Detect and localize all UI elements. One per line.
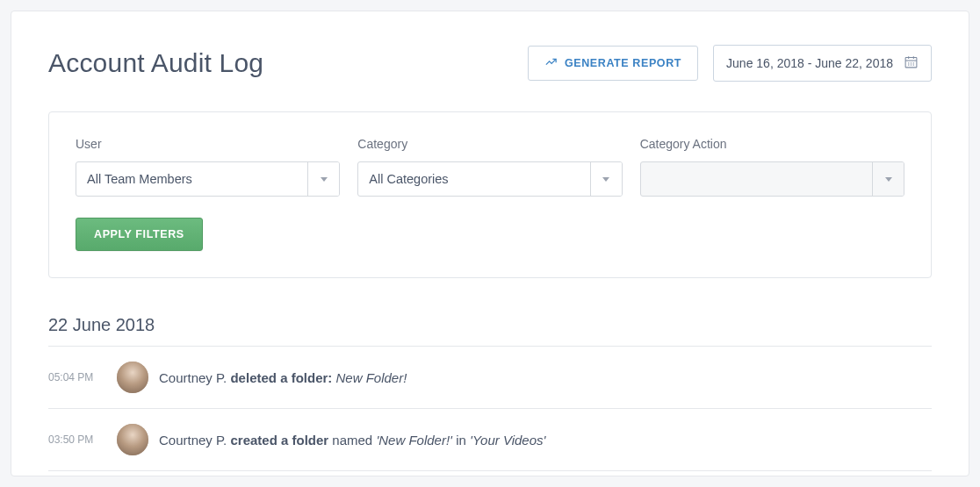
log-entry-text: Courtney P. deleted a folder: New Folder… — [159, 370, 407, 385]
log-date-heading: 22 June 2018 — [48, 315, 932, 347]
category-select[interactable]: All Categories — [357, 161, 622, 197]
category-action-select-value — [641, 162, 872, 196]
generate-report-label: GENERATE REPORT — [565, 57, 681, 69]
filter-grid: User All Team Members Category All Categ… — [76, 137, 904, 197]
header-actions: GENERATE REPORT June 16, 2018 - June 22,… — [528, 45, 932, 82]
date-range-label: June 16, 2018 - June 22, 2018 — [726, 56, 893, 70]
filter-category: Category All Categories — [357, 137, 622, 197]
log-target: New Folder! — [335, 370, 407, 385]
svg-rect-0 — [905, 58, 917, 68]
audit-log-card: Account Audit Log GENERATE REPORT June 1… — [11, 11, 969, 476]
generate-report-button[interactable]: GENERATE REPORT — [528, 46, 698, 81]
category-select-value: All Categories — [358, 162, 589, 196]
chart-line-icon — [544, 55, 558, 71]
log-action: created a folder — [230, 433, 328, 448]
filter-category-label: Category — [357, 137, 622, 151]
avatar — [117, 424, 148, 455]
calendar-icon — [904, 54, 919, 72]
chevron-down-icon — [872, 162, 904, 196]
log-middle: named — [332, 433, 372, 448]
apply-filters-button[interactable]: APPLY FILTERS — [76, 218, 203, 251]
category-action-select[interactable] — [640, 161, 904, 197]
log-time: 03:50 PM — [48, 433, 117, 446]
header-row: Account Audit Log GENERATE REPORT June 1… — [48, 45, 932, 82]
chevron-down-icon — [590, 162, 622, 196]
page-title: Account Audit Log — [48, 48, 263, 78]
filter-user: User All Team Members — [76, 137, 340, 197]
log-action: deleted a folder: — [230, 370, 332, 385]
log-actor: Courtney P. — [159, 370, 227, 385]
log-actor: Courtney P. — [159, 433, 227, 448]
log-location: 'Your Videos' — [470, 433, 545, 448]
filter-category-action-label: Category Action — [640, 137, 904, 151]
log-target: 'New Folder!' — [376, 433, 452, 448]
user-select-value: All Team Members — [76, 162, 307, 196]
log-preposition: in — [456, 433, 466, 448]
date-range-picker[interactable]: June 16, 2018 - June 22, 2018 — [713, 45, 932, 82]
log-row: 05:04 PM Courtney P. deleted a folder: N… — [48, 347, 932, 409]
log-row: 03:50 PM Courtney P. created a folder na… — [48, 409, 932, 471]
filter-user-label: User — [76, 137, 340, 151]
chevron-down-icon — [307, 162, 339, 196]
filter-category-action: Category Action — [640, 137, 904, 197]
log-time: 05:04 PM — [48, 371, 117, 383]
user-select[interactable]: All Team Members — [76, 161, 340, 197]
filters-panel: User All Team Members Category All Categ… — [48, 111, 932, 278]
log-entry-text: Courtney P. created a folder named 'New … — [159, 433, 545, 448]
avatar — [117, 362, 148, 393]
